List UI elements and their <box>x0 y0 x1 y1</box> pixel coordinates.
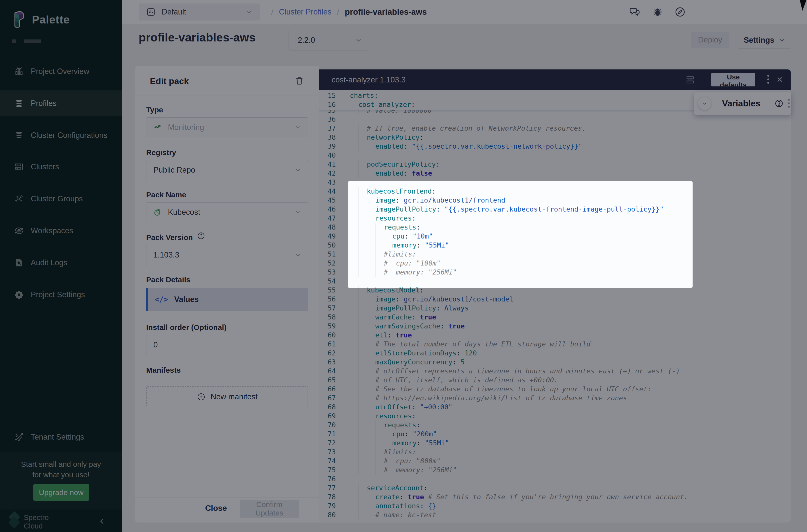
code-line: 58warmCache: true <box>319 313 791 322</box>
line-number: 72 <box>319 439 343 448</box>
mouse-cursor <box>800 0 807 11</box>
code-line: 59warmSavingsCache: true <box>319 322 791 331</box>
line-content: enabled: false <box>343 169 432 178</box>
line-number: 49 <box>319 232 343 241</box>
line-content <box>343 151 350 160</box>
page-title: profile-variables-aws <box>139 31 256 44</box>
code-line: 66# See the tz database of timezones to … <box>319 385 791 394</box>
line-content <box>343 115 350 124</box>
line-content: # of UTC, itself, which is defined as +0… <box>343 376 558 385</box>
line-number: 40 <box>319 151 343 160</box>
gear-icon <box>14 290 24 300</box>
line-number: 79 <box>319 501 343 511</box>
line-content: warmCache: true <box>343 313 436 322</box>
deploy-button[interactable]: Deploy <box>691 32 729 48</box>
sidebar-item-label: Tenant Settings <box>31 433 84 442</box>
pack-details-values-item[interactable]: </> Values <box>146 288 308 311</box>
close-button[interactable]: Close <box>204 503 228 513</box>
line-content: kubecostModel: <box>343 286 424 295</box>
pack-version-select[interactable]: 1.103.3 <box>146 245 308 265</box>
sidebar-item-profiles[interactable]: Profiles <box>0 90 122 116</box>
new-manifest-button[interactable]: New manifest <box>146 386 308 407</box>
variables-title: Variables <box>722 98 761 108</box>
line-number: 57 <box>319 304 343 313</box>
sidebar-item-audit-logs[interactable]: Audit Logs <box>0 250 122 276</box>
project-selector-value: Default <box>162 7 186 17</box>
sidebar-collapse-chevron[interactable]: ‹ <box>100 514 104 527</box>
registry-value: Public Repo <box>153 166 195 175</box>
sidebar-item-clusters[interactable]: Clusters <box>0 154 122 180</box>
line-content: #limits: <box>343 250 416 259</box>
line-content: annotations: {} <box>343 501 436 511</box>
code-line: 42enabled: false <box>319 169 791 178</box>
line-content: requests: <box>343 223 420 232</box>
line-number: 70 <box>319 421 343 430</box>
line-content: # cpu: "800m" <box>343 457 441 466</box>
line-content <box>343 277 350 286</box>
upgrade-now-button[interactable]: Upgrade now <box>33 484 89 501</box>
line-content: charts: <box>343 91 378 100</box>
sidebar-item-project-overview[interactable]: Project Overview <box>0 58 122 84</box>
doc-search-icon <box>14 258 24 267</box>
line-number: 71 <box>319 430 343 439</box>
type-label: Type <box>146 106 163 114</box>
variables-collapse-button[interactable] <box>698 97 711 110</box>
line-content: utcOffset: "+00:00" <box>343 403 452 412</box>
install-order-field[interactable]: 0 <box>146 335 308 355</box>
trash-icon[interactable] <box>294 76 304 86</box>
code-line: 46imagePullPolicy: "{{.spectro.var.kubec… <box>319 205 791 214</box>
sidebar-item-cluster-configurations[interactable]: Cluster Configurations <box>0 122 122 148</box>
code-editor[interactable]: 35# value: 10000003637# If true, enable … <box>319 90 791 522</box>
confirm-updates-button[interactable]: Confirm Updates <box>240 500 299 518</box>
line-content: memory: "55Mi" <box>343 241 449 250</box>
line-content: # memory: "256Mi" <box>343 466 457 475</box>
close-icon[interactable]: × <box>777 73 783 86</box>
line-content: podSecurityPolicy: <box>343 160 440 169</box>
line-number: 74 <box>319 457 343 466</box>
code-line: 75# memory: "256Mi" <box>319 466 791 475</box>
chevron-down-icon <box>294 209 302 216</box>
code-line: 74# cpu: "800m" <box>319 457 791 466</box>
registry-select[interactable]: Public Repo <box>146 160 308 180</box>
pack-name-select[interactable]: Kubecost <box>146 202 308 222</box>
settings-label: Settings <box>744 36 774 45</box>
code-line: 79annotations: {} <box>319 501 791 511</box>
code-icon: </> <box>155 295 168 304</box>
code-line: 43 <box>319 178 791 187</box>
diff-view-icon[interactable] <box>685 75 695 85</box>
kebab-menu-icon[interactable] <box>787 98 790 109</box>
editor-header: cost-analyzer 1.103.3 Use defaults × <box>319 70 791 90</box>
kebab-menu-icon[interactable] <box>766 74 770 86</box>
code-line: 47resources: <box>319 214 791 223</box>
breadcrumb-link-cluster-profiles[interactable]: Cluster Profiles <box>279 7 331 17</box>
help-icon[interactable] <box>774 99 784 108</box>
sidebar-item-label: Workspaces <box>31 226 73 235</box>
line-number: 65 <box>319 376 343 385</box>
sidebar-item-workspaces[interactable]: Workspaces <box>0 218 122 244</box>
compass-icon[interactable] <box>674 6 686 18</box>
code-line: 39enabled: "{{.spectro.var.kubecost-netw… <box>319 142 791 151</box>
code-line: 50memory: "55Mi" <box>319 241 791 250</box>
sidebar-item-project-settings[interactable]: Project Settings <box>0 282 122 308</box>
sidebar-item-cluster-groups[interactable]: Cluster Groups <box>0 186 122 212</box>
sidebar-item-label: Project Settings <box>31 290 85 299</box>
use-defaults-button[interactable]: Use defaults <box>711 73 755 87</box>
type-select: Monitoring <box>146 117 308 137</box>
settings-button[interactable]: Settings <box>738 32 791 49</box>
line-number: 59 <box>319 322 343 331</box>
line-content: # If true, enable creation of NetworkPol… <box>343 124 586 133</box>
sidebar-item-tenant-settings[interactable]: Tenant Settings <box>0 424 122 450</box>
chevron-down-icon <box>294 166 302 174</box>
chat-icon[interactable] <box>628 6 641 18</box>
project-selector[interactable]: Default <box>139 3 260 20</box>
line-content: networkPolicy: <box>343 133 424 142</box>
code-line: 67# https://en.wikipedia.org/wiki/List_o… <box>319 394 791 403</box>
bug-icon[interactable] <box>652 6 663 18</box>
sidebar-item-label: Cluster Configurations <box>31 131 108 140</box>
line-content: cpu: "200m" <box>343 430 437 439</box>
edit-pack-title: Edit pack <box>150 76 189 86</box>
sidebar-item-label: Cluster Groups <box>31 194 83 203</box>
edit-pack-footer: Close Confirm Updates <box>135 497 319 523</box>
version-select[interactable]: 2.2.0 <box>288 30 369 51</box>
line-number: 64 <box>319 367 343 376</box>
